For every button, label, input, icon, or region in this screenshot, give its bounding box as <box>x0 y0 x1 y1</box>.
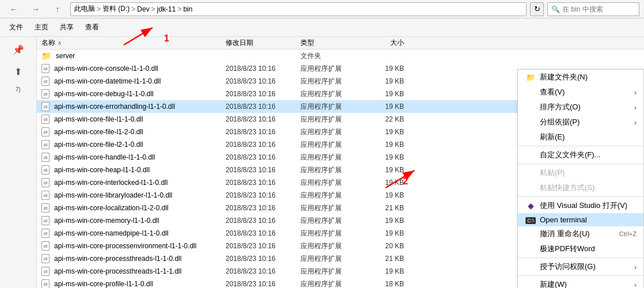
up-button[interactable]: ↑ <box>48 3 67 15</box>
context-menu: 📁 新建文件夹(N) 查看(V) › 排序方式(O) › 分组依据(P) › 刷… <box>517 69 644 288</box>
file-date: 2018/8/23 10:16 <box>226 141 300 149</box>
context-menu-item-sort[interactable]: 排序方式(O) › <box>518 100 643 115</box>
file-size: 19 KB <box>358 267 404 275</box>
file-type: 应用程序扩展 <box>300 279 358 289</box>
file-size: 19 KB <box>358 229 404 237</box>
sidebar: 📌 ⬆ 7) <box>0 37 37 288</box>
toolbar-file[interactable]: 文件 <box>5 21 28 33</box>
context-menu-label: 使用 Visual Studio 打开(V) <box>540 200 637 211</box>
breadcrumb-sep-4: > <box>177 5 181 13</box>
file-date: 2018/8/23 10:16 <box>226 65 300 73</box>
dll-icon: dll <box>41 89 49 98</box>
file-name: api-ms-win-core-errorhandling-l1-1-0.dll <box>54 103 226 111</box>
toolbar-home[interactable]: 主页 <box>30 21 53 33</box>
explorer-window: ← → ↑ 此电脑 > 资料 (D:) > Dev > jdk-11 > bin… <box>0 0 644 288</box>
file-size: 18 KB <box>358 280 404 288</box>
context-menu-label: 刷新(E) <box>540 132 637 142</box>
file-date: 2018/8/23 10:16 <box>226 179 300 187</box>
context-menu-item-group[interactable]: 分组依据(P) › <box>518 115 643 130</box>
file-date: 2018/8/23 10:16 <box>226 267 300 275</box>
breadcrumb-item-jdk[interactable]: jdk-11 <box>157 5 176 13</box>
file-name: api-ms-win-core-handle-l1-1-0.dll <box>54 153 226 161</box>
dll-icon: dll <box>41 229 49 238</box>
toolbar-view[interactable]: 查看 <box>81 21 104 33</box>
context-menu-item-open-terminal[interactable]: C:\ Open terminal <box>518 213 643 226</box>
dll-icon: dll <box>41 267 49 276</box>
col-header-size[interactable]: 大小 <box>358 38 404 48</box>
refresh-button[interactable]: ↻ <box>530 2 544 16</box>
search-input[interactable] <box>562 5 635 13</box>
file-type: 应用程序扩展 <box>300 165 358 175</box>
table-row[interactable]: 📁 server 文件夹 <box>37 50 644 62</box>
file-type: 应用程序扩展 <box>300 203 358 213</box>
file-name: api-ms-win-core-processthreads-l1-1-1.dl… <box>54 267 226 275</box>
file-date: 2018/8/23 10:16 <box>226 255 300 263</box>
file-type: 应用程序扩展 <box>300 178 358 188</box>
forward-button[interactable]: → <box>26 3 45 15</box>
dll-icon: dll <box>41 178 49 187</box>
context-menu-item-new[interactable]: 新建(W) › <box>518 277 643 288</box>
breadcrumb-item-d[interactable]: 资料 (D:) <box>102 4 129 14</box>
folder-icon: 📁 <box>41 51 51 60</box>
shortcut-label: Ctrl+Z <box>619 230 637 237</box>
file-date: 2018/8/23 10:16 <box>226 115 300 123</box>
col-header-type[interactable]: 类型 <box>300 38 358 48</box>
file-name: api-ms-win-core-interlocked-l1-1-0.dll <box>54 179 226 187</box>
file-size: 22 KB <box>358 115 404 123</box>
file-size: 19 KB <box>358 141 404 149</box>
context-menu-item-access[interactable]: 授予访问权限(G) › <box>518 259 643 274</box>
toolbar-share[interactable]: 共享 <box>55 21 78 33</box>
submenu-arrow: › <box>634 281 637 289</box>
file-name: api-ms-win-core-namedpipe-l1-1-0.dll <box>54 229 226 237</box>
col-header-date[interactable]: 修改日期 <box>226 38 300 48</box>
file-date: 2018/8/23 10:16 <box>226 217 300 225</box>
file-name: api-ms-win-core-file-l2-1-0.dll <box>54 141 226 149</box>
file-name: api-ms-win-core-file-l1-2-0.dll <box>54 128 226 136</box>
file-type: 应用程序扩展 <box>300 216 358 226</box>
context-menu-item-custom-folder[interactable]: 自定义文件夹(F)... <box>518 147 643 162</box>
file-type: 应用程序扩展 <box>300 77 358 86</box>
breadcrumb-item-dev[interactable]: Dev <box>137 5 149 13</box>
back-button[interactable]: ← <box>5 3 23 15</box>
file-type: 应用程序扩展 <box>300 254 358 264</box>
sidebar-pin[interactable]: 📌 <box>7 39 30 60</box>
file-list-header: 名称 ∧ 修改日期 类型 大小 <box>37 37 644 50</box>
context-menu-item-paste-shortcut: 粘贴快捷方式(S) <box>518 180 643 195</box>
file-size: 20 KB <box>358 242 404 250</box>
breadcrumb-item-bin[interactable]: bin <box>183 5 192 13</box>
file-size: 19 KB <box>358 179 404 187</box>
context-menu-item-undo[interactable]: 撤消 重命名(U) Ctrl+Z <box>518 226 643 241</box>
dll-icon: dll <box>41 102 49 111</box>
dll-icon: dll <box>41 153 49 162</box>
submenu-arrow: › <box>634 88 637 97</box>
context-menu-label: 新建(W) <box>540 279 631 288</box>
context-menu-label: 极速PDF转Word <box>540 244 637 254</box>
col-header-name[interactable]: 名称 ∧ <box>41 38 226 48</box>
search-bar[interactable]: 🔍 <box>547 2 639 16</box>
file-size: 19 KB <box>358 166 404 174</box>
file-type: 应用程序扩展 <box>300 127 358 137</box>
sort-arrow: ∧ <box>58 40 62 46</box>
context-menu-label: 分组依据(P) <box>540 117 631 127</box>
sidebar-expand[interactable]: ⬆ <box>7 61 30 82</box>
context-menu-item-vs-open[interactable]: ◆ 使用 Visual Studio 打开(V) <box>518 198 643 213</box>
file-date: 2018/8/23 10:16 <box>226 153 300 161</box>
file-name: api-ms-win-core-console-l1-1-0.dll <box>54 65 226 73</box>
context-menu-label: 授予访问权限(G) <box>540 262 631 272</box>
context-menu-item-pdf[interactable]: 极速PDF转Word <box>518 241 643 256</box>
context-menu-item-refresh[interactable]: 刷新(E) <box>518 130 643 145</box>
context-menu-item-view[interactable]: 查看(V) › <box>518 85 643 100</box>
file-date: 2018/8/23 10:16 <box>226 128 300 136</box>
context-menu-item-new-folder[interactable]: 📁 新建文件夹(N) <box>518 70 643 85</box>
dll-icon: dll <box>41 140 49 149</box>
file-date: 2018/8/23 10:16 <box>226 191 300 199</box>
file-date: 2018/8/23 10:16 <box>226 103 300 111</box>
file-name: api-ms-win-core-profile-l1-1-0.dll <box>54 280 226 288</box>
breadcrumb[interactable]: 此电脑 > 资料 (D:) > Dev > jdk-11 > bin <box>70 2 527 16</box>
file-date: 2018/8/23 10:16 <box>226 229 300 237</box>
main-layout: 📌 ⬆ 7) 名称 ∧ 修改日期 类型 大小 📁 server <box>0 37 644 288</box>
file-type: 应用程序扩展 <box>300 64 358 74</box>
file-size: 19 KB <box>358 217 404 225</box>
file-type: 应用程序扩展 <box>300 241 358 251</box>
breadcrumb-item-home[interactable]: 此电脑 <box>74 4 95 14</box>
